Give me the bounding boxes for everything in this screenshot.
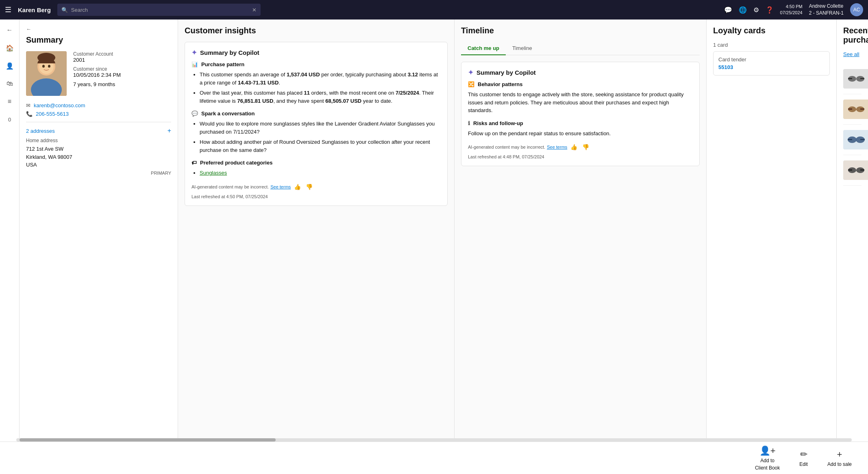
sidebar-menu-icon[interactable]: ≡ <box>2 94 17 109</box>
topbar: ☰ Karen Berg 🔍 ✕ 💬 🌐 ⚙ ❓ 4:50 PM 07/25/2… <box>0 0 868 19</box>
app-title: Karen Berg <box>18 6 51 13</box>
last-refreshed: Last refreshed at 4:50 PM, 07/25/2024 <box>191 194 441 199</box>
svg-rect-24 <box>855 139 857 140</box>
sidebar-badge-item[interactable]: 0 <box>2 112 17 127</box>
menu-icon[interactable]: ☰ <box>5 5 11 14</box>
card-tender-label: Card tender <box>718 56 824 63</box>
purchases-panel: Recent purchases See all Round Oversi...… <box>837 19 868 474</box>
phone-icon: 📞 <box>26 111 33 117</box>
spark-icon: 💬 <box>191 110 198 117</box>
timeline-ai-footer: AI-generated content may be incorrect. S… <box>468 143 693 151</box>
purchase-item-3: Oversize Cat-... 07/25/2024 4:45 N... <box>843 125 861 155</box>
timeline-thumbs-down[interactable]: 👎 <box>581 143 591 151</box>
behavior-section: 🔀 Behavior patterns This customer tends … <box>468 81 693 115</box>
timeline-card-header: ✦ Summary by Copilot <box>468 69 693 76</box>
back-icon: ← <box>26 26 31 32</box>
edit-label: Edit <box>799 461 808 467</box>
avatar[interactable]: AC <box>850 3 863 16</box>
purchase-item-2: Round Wrap S... 07/25/2024 4:45 N... <box>843 94 861 125</box>
close-icon[interactable]: ✕ <box>252 7 257 13</box>
purchase-pattern-section: 📊 Purchase pattern This customer spends … <box>191 61 441 105</box>
add-client-label2: Client Book <box>755 465 780 471</box>
svg-point-4 <box>42 65 45 68</box>
purchase-item-4: Retro Horn Ri... 07/25/2024 4:4... N... <box>843 155 861 186</box>
svg-rect-18 <box>855 109 857 110</box>
back-button[interactable]: ← <box>26 26 171 32</box>
sidebar-back-icon[interactable]: ← <box>2 23 17 37</box>
preferred-category-link[interactable]: Sunglasses <box>200 170 227 176</box>
addresses-header: 2 addresses + <box>26 127 171 134</box>
pattern-icon: 📊 <box>191 61 198 67</box>
thumbs-down-button[interactable]: 👎 <box>304 183 314 191</box>
account-label: Customer Account <box>73 51 171 57</box>
email-link[interactable]: karenb@contoso.com <box>34 102 85 108</box>
svg-rect-23 <box>860 139 865 140</box>
purchase-thumb-4 <box>843 160 868 180</box>
bottom-bar: 👤+ Add to Client Book ✏ Edit + Add to sa… <box>0 442 868 474</box>
phone-row: 📞 206-555-5613 <box>26 111 171 117</box>
svg-rect-17 <box>860 108 864 110</box>
add-to-sale-button[interactable]: + Add to sale <box>827 449 852 467</box>
globe-icon[interactable]: 🌐 <box>739 6 747 14</box>
card-tender-value: 55103 <box>718 64 824 70</box>
since-date: 10/05/2016 2:34 PM <box>73 72 171 78</box>
addresses-count: 2 addresses <box>26 128 55 134</box>
sidebar-cart-icon[interactable]: 🛍 <box>2 76 17 91</box>
phone-link[interactable]: 206-555-5613 <box>36 111 69 117</box>
tab-timeline[interactable]: Timeline <box>506 42 539 55</box>
purchases-title: Recent purchases <box>843 26 861 45</box>
search-bar[interactable]: 🔍 ✕ <box>57 4 261 16</box>
thumbs-up-button[interactable]: 👍 <box>292 183 302 191</box>
preferred-list: Sunglasses <box>191 169 441 177</box>
help-icon[interactable]: ❓ <box>766 6 774 14</box>
behavior-icon: 🔀 <box>468 81 474 87</box>
loyalty-card-item: Card tender 55103 <box>713 51 830 76</box>
address-line3: USA <box>26 161 171 169</box>
timeline-thumbs-up[interactable]: 👍 <box>569 143 579 151</box>
preferred-title: 🏷 Preferred product categories <box>191 160 441 166</box>
insights-card: ✦ Summary by Copilot 📊 Purchase pattern … <box>185 42 448 206</box>
sidebar-user-icon[interactable]: 👤 <box>2 58 17 73</box>
email-row: ✉ karenb@contoso.com <box>26 102 171 108</box>
scrollbar-thumb[interactable] <box>20 438 276 442</box>
add-to-client-book-button[interactable]: 👤+ Add to Client Book <box>755 446 780 471</box>
search-input[interactable] <box>71 7 249 13</box>
info-icon: ℹ <box>468 120 470 126</box>
preferred-section: 🏷 Preferred product categories Sunglasse… <box>191 160 441 177</box>
spark-bullet-1: Would you like to explore more sunglasse… <box>200 120 441 136</box>
purchase-thumb-1 <box>843 69 868 89</box>
see-all-link[interactable]: See all <box>843 51 861 57</box>
profile-details: Customer Account 2001 Customer since 10/… <box>73 51 171 91</box>
customer-photo <box>26 51 67 96</box>
address-line2: Kirkland, WA 98007 <box>26 153 171 161</box>
timeline-tabs: Catch me up Timeline <box>461 42 700 55</box>
summary-panel: ← Summary <box>20 19 178 474</box>
spark-bullets: Would you like to explore more sunglasse… <box>191 120 441 154</box>
purchase-bullet-1: This customer spends an average of 1,537… <box>200 71 441 87</box>
chat-icon[interactable]: 💬 <box>724 6 732 14</box>
tab-catch-me-up[interactable]: Catch me up <box>461 42 506 55</box>
timeline-see-terms-link[interactable]: See terms <box>547 145 567 149</box>
spark-title: 💬 Spark a conversation <box>191 110 441 117</box>
settings-icon[interactable]: ⚙ <box>753 6 759 14</box>
svg-rect-22 <box>848 139 852 140</box>
loyalty-title: Loyalty cards <box>713 26 830 35</box>
sidebar-home-icon[interactable]: 🏠 <box>2 41 17 55</box>
purchase-thumb-2 <box>843 100 868 119</box>
primary-badge: PRIMARY <box>26 171 171 175</box>
preferred-item-1: Sunglasses <box>200 169 441 177</box>
notification-count: 0 <box>8 117 11 123</box>
timeline-panel: Timeline Catch me up Timeline ✦ Summary … <box>455 19 707 474</box>
behavior-text: This customer tends to engage actively w… <box>468 91 693 115</box>
add-address-button[interactable]: + <box>168 127 171 134</box>
add-client-icon: 👤+ <box>759 446 776 456</box>
horizontal-scrollbar[interactable] <box>16 438 852 442</box>
svg-rect-29 <box>860 169 864 171</box>
svg-rect-10 <box>848 78 852 79</box>
timeline-title: Timeline <box>461 26 700 35</box>
edit-button[interactable]: ✏ Edit <box>799 449 808 467</box>
topbar-icons: 💬 🌐 ⚙ ❓ 4:50 PM 07/25/2024 Andrew Collet… <box>724 3 863 17</box>
svg-rect-30 <box>855 170 857 171</box>
see-terms-link[interactable]: See terms <box>270 184 291 189</box>
timeline-last-refreshed: Last refreshed at 4:48 PM, 07/25/2024 <box>468 154 693 159</box>
